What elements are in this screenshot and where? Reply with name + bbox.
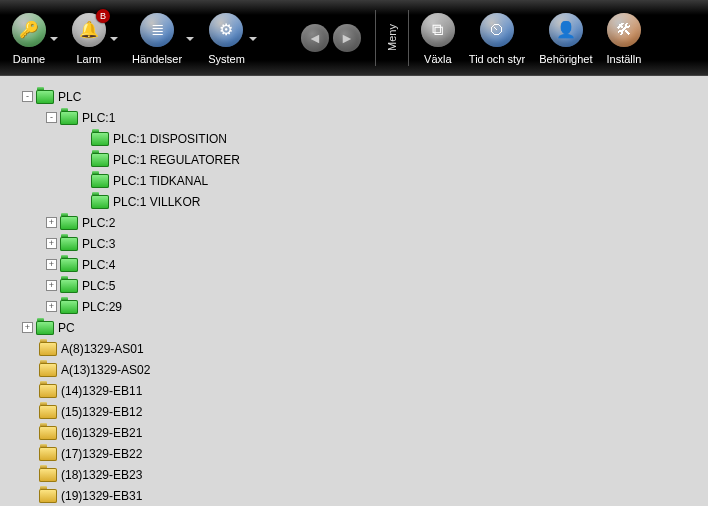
tree-node-label: PLC:3	[82, 237, 115, 251]
tree-node[interactable]: +PLC:29	[8, 296, 700, 317]
folder-icon	[39, 489, 57, 503]
tree-node[interactable]: (17)1329-EB22	[8, 443, 700, 464]
tree-node-label: (17)1329-EB22	[61, 447, 142, 461]
behorighet-label: Behörighet	[539, 53, 592, 65]
tree-node-label: PLC:1 REGULATORER	[113, 153, 240, 167]
tree-node[interactable]: PLC:1 VILLKOR	[8, 191, 700, 212]
installn-label: Inställn	[607, 53, 642, 65]
tree-node-label: PLC:29	[82, 300, 122, 314]
tree-node-label: PLC:1 DISPOSITION	[113, 132, 227, 146]
tree-node[interactable]: (18)1329-EB23	[8, 464, 700, 485]
installn-icon: 🛠	[607, 13, 641, 47]
danne-icon: 🔑	[12, 13, 46, 47]
larm-button[interactable]: 🔔BLarm	[66, 9, 112, 67]
folder-icon	[91, 195, 109, 209]
expand-icon[interactable]: +	[22, 322, 33, 333]
folder-icon	[39, 342, 57, 356]
nav-arrows: ◄ ►	[293, 24, 369, 52]
tree-node-label: PLC:5	[82, 279, 115, 293]
tree-connector	[74, 196, 88, 207]
collapse-icon[interactable]: -	[46, 112, 57, 123]
tree-node[interactable]: A(8)1329-AS01	[8, 338, 700, 359]
folder-icon	[39, 468, 57, 482]
tid-och-styr-icon: ⏲	[480, 13, 514, 47]
tree-node[interactable]: A(13)1329-AS02	[8, 359, 700, 380]
expand-icon[interactable]: +	[46, 259, 57, 270]
tree-node-label: PC	[58, 321, 75, 335]
dropdown-arrow-icon[interactable]	[50, 37, 58, 41]
tree-node[interactable]: (19)1329-EB31	[8, 485, 700, 506]
tree-node[interactable]: PLC:1 REGULATORER	[8, 149, 700, 170]
handelser-button[interactable]: ≣Händelser	[126, 9, 188, 67]
expand-icon[interactable]: +	[46, 217, 57, 228]
folder-icon	[39, 405, 57, 419]
expand-icon[interactable]: +	[46, 280, 57, 291]
tree-node-label: (15)1329-EB12	[61, 405, 142, 419]
folder-icon	[60, 111, 78, 125]
tree-node[interactable]: PLC:1 TIDKANAL	[8, 170, 700, 191]
tree-node-label: PLC:4	[82, 258, 115, 272]
tree-node-label: (18)1329-EB23	[61, 468, 142, 482]
folder-icon	[91, 132, 109, 146]
nav-tree[interactable]: -PLC-PLC:1PLC:1 DISPOSITIONPLC:1 REGULAT…	[0, 76, 708, 506]
tree-connector	[22, 385, 36, 396]
nav-back-button[interactable]: ◄	[301, 24, 329, 52]
tree-connector	[22, 343, 36, 354]
tree-connector	[74, 154, 88, 165]
tree-node[interactable]: (14)1329-EB11	[8, 380, 700, 401]
system-button[interactable]: ⚙System	[202, 9, 251, 67]
expand-icon[interactable]: +	[46, 301, 57, 312]
tree-node[interactable]: (15)1329-EB12	[8, 401, 700, 422]
tree-node[interactable]: +PLC:2	[8, 212, 700, 233]
folder-icon	[60, 216, 78, 230]
tree-connector	[74, 133, 88, 144]
danne-button[interactable]: 🔑Danne	[6, 9, 52, 67]
folder-icon	[60, 300, 78, 314]
tree-node-label: PLC:1 TIDKANAL	[113, 174, 208, 188]
tree-node[interactable]: -PLC	[8, 86, 700, 107]
dropdown-arrow-icon[interactable]	[186, 37, 194, 41]
main-toolbar: 🔑Danne🔔BLarm≣Händelser⚙System ◄ ► Meny ⧉…	[0, 0, 708, 76]
system-icon: ⚙	[209, 13, 243, 47]
tid-och-styr-label: Tid och styr	[469, 53, 525, 65]
tree-node-label: (14)1329-EB11	[61, 384, 142, 398]
toolbar-left-group: 🔑Danne🔔BLarm≣Händelser⚙System	[6, 9, 265, 67]
vaxla-icon: ⧉	[421, 13, 455, 47]
folder-icon	[39, 447, 57, 461]
nav-forward-button[interactable]: ►	[333, 24, 361, 52]
dropdown-arrow-icon[interactable]	[249, 37, 257, 41]
tid-och-styr-button[interactable]: ⏲Tid och styr	[463, 9, 531, 67]
tree-node[interactable]: (16)1329-EB21	[8, 422, 700, 443]
tree-node[interactable]: +PLC:3	[8, 233, 700, 254]
tree-node-label: PLC	[58, 90, 81, 104]
tree-node[interactable]: +PC	[8, 317, 700, 338]
tree-node[interactable]: +PLC:4	[8, 254, 700, 275]
installn-button[interactable]: 🛠Inställn	[601, 9, 648, 67]
badge: B	[96, 9, 110, 23]
tree-connector	[74, 175, 88, 186]
behorighet-button[interactable]: 👤Behörighet	[533, 9, 598, 67]
tree-connector	[22, 448, 36, 459]
dropdown-arrow-icon[interactable]	[110, 37, 118, 41]
meny-button[interactable]: Meny	[382, 24, 402, 51]
tree-connector	[22, 490, 36, 501]
handelser-label: Händelser	[132, 53, 182, 65]
handelser-icon: ≣	[140, 13, 174, 47]
tree-node-label: (19)1329-EB31	[61, 489, 142, 503]
tree-node-label: A(8)1329-AS01	[61, 342, 144, 356]
expand-icon[interactable]: +	[46, 238, 57, 249]
folder-icon	[91, 174, 109, 188]
tree-connector	[22, 427, 36, 438]
tree-node-label: PLC:1	[82, 111, 115, 125]
collapse-icon[interactable]: -	[22, 91, 33, 102]
danne-label: Danne	[13, 53, 45, 65]
tree-connector	[22, 469, 36, 480]
vaxla-button[interactable]: ⧉Växla	[415, 9, 461, 67]
tree-node-label: (16)1329-EB21	[61, 426, 142, 440]
tree-node[interactable]: -PLC:1	[8, 107, 700, 128]
tree-node[interactable]: PLC:1 DISPOSITION	[8, 128, 700, 149]
tree-node-label: A(13)1329-AS02	[61, 363, 150, 377]
tree-node[interactable]: +PLC:5	[8, 275, 700, 296]
tree-connector	[22, 364, 36, 375]
toolbar-separator	[408, 10, 409, 66]
